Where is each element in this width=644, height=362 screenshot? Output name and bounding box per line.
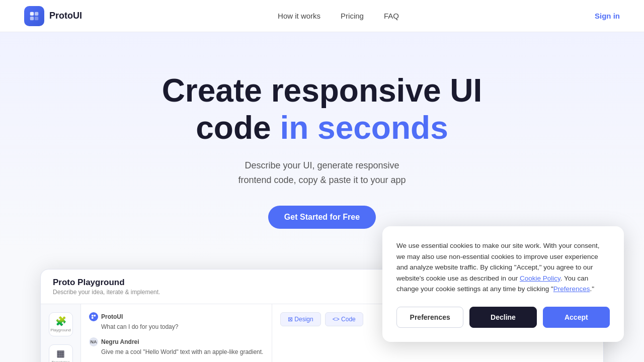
hero-section: Create responsive UI code in seconds Des…	[0, 32, 644, 259]
hero-headline: Create responsive UI code in seconds	[10, 72, 634, 146]
tab-code[interactable]: <> Code	[325, 312, 363, 326]
chat-text-1: Give me a cool "Hello World" text with a…	[101, 348, 264, 355]
decline-button[interactable]: Decline	[469, 307, 536, 328]
templates-icon: ▦	[56, 348, 65, 359]
demo-chat: ProtoUI What can I do for you today? NA …	[81, 304, 272, 362]
cookie-banner: We use essential cookies to make our sit…	[382, 226, 624, 342]
hero-headline-colored: in seconds	[280, 110, 448, 146]
logo-icon	[24, 6, 44, 26]
accept-button[interactable]: Accept	[543, 307, 610, 328]
cookie-policy-link[interactable]: Cookie Policy	[520, 275, 560, 282]
chat-message-1: NA Negru Andrei Give me a cool "Hello Wo…	[89, 337, 264, 355]
svg-rect-1	[35, 12, 38, 15]
tab-design[interactable]: ⊠ Design	[280, 312, 321, 326]
user-avatar-1: NA	[89, 337, 98, 346]
svg-rect-2	[30, 16, 34, 20]
preferences-link-inline[interactable]: Preferences	[553, 285, 590, 293]
navbar: ProtoUI How it works Pricing FAQ Sign in	[0, 0, 644, 32]
demo-subtitle: Describe your idea, iterate & implement.	[53, 289, 160, 296]
nav-pricing[interactable]: Pricing	[341, 12, 364, 20]
chat-sender-0: ProtoUI	[89, 312, 264, 321]
sidebar-playground[interactable]: 🧩 Playground	[49, 312, 73, 336]
demo-title: Proto Playground	[53, 278, 160, 288]
cta-button[interactable]: Get Started for Free	[268, 206, 376, 229]
chat-sender-1: NA Negru Andrei	[89, 337, 264, 346]
sidebar-templates[interactable]: ▦ Templates	[49, 344, 73, 362]
demo-sidebar: 🧩 Playground ▦ Templates	[41, 304, 81, 362]
svg-rect-6	[92, 317, 94, 319]
sidebar-templates-label: Templates	[51, 360, 69, 362]
logo-text: ProtoUI	[49, 11, 82, 21]
demo-title-block: Proto Playground Describe your idea, ite…	[53, 278, 160, 296]
nav-faq[interactable]: FAQ	[384, 12, 399, 20]
ai-avatar-0	[89, 312, 98, 321]
svg-rect-5	[94, 315, 96, 317]
signin-link[interactable]: Sign in	[595, 12, 620, 20]
sidebar-playground-label: Playground	[50, 328, 70, 332]
hero-subtext: Describe your UI, generate responsive fr…	[10, 158, 634, 188]
nav-how-it-works[interactable]: How it works	[278, 12, 320, 20]
cookie-text: We use essential cookies to make our sit…	[396, 240, 610, 295]
preferences-button[interactable]: Preferences	[396, 307, 463, 328]
hero-headline-highlight: code	[196, 110, 280, 146]
chat-text-0: What can I do for you today?	[101, 323, 264, 330]
cookie-actions: Preferences Decline Accept	[396, 307, 610, 328]
playground-icon: 🧩	[55, 316, 66, 327]
svg-rect-3	[35, 16, 38, 20]
logo[interactable]: ProtoUI	[24, 6, 82, 26]
nav-links: How it works Pricing FAQ	[278, 12, 399, 20]
svg-rect-0	[30, 12, 34, 15]
chat-message-0: ProtoUI What can I do for you today?	[89, 312, 264, 330]
hero-headline-plain: Create responsive UI	[162, 72, 482, 109]
svg-rect-4	[92, 315, 94, 317]
